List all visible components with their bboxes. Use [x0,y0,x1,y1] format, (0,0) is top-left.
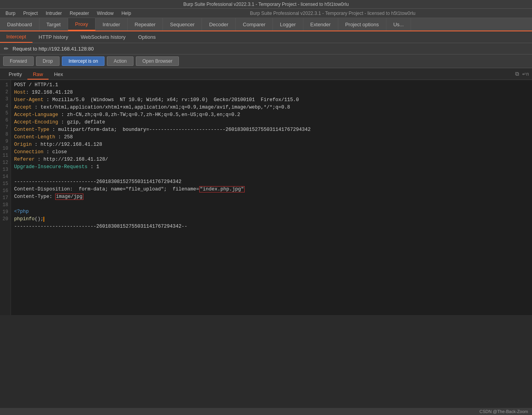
view-tab-raw[interactable]: Raw [27,70,49,80]
view-tab-hex[interactable]: Hex [49,70,69,80]
tab-project-options[interactable]: Project options [338,18,386,31]
title-text: Burp Suite Professional v2022.3.1 - Temp… [183,2,349,7]
request-info-bar: ✏ Request to http://192.168.41.128:80 [0,43,532,54]
code-content[interactable]: POST / HTTP/1.1Host: 192.168.41.128User-… [11,80,532,315]
sub-tab-bar: Intercept HTTP history WebSockets histor… [0,31,532,43]
menu-window[interactable]: Window [93,10,117,17]
open-browser-button[interactable]: Open Browser [136,56,179,66]
pencil-icon: ✏ [4,45,9,52]
tab-proxy[interactable]: Proxy [68,18,96,31]
tab-intruder[interactable]: Intruder [96,18,128,31]
tab-logger[interactable]: Logger [273,18,303,31]
menu-project[interactable]: Project [19,10,41,17]
forward-button[interactable]: Forward [3,56,34,66]
menu-burp[interactable]: Burp [2,10,19,17]
tab-extender[interactable]: Extender [303,18,338,31]
tab-dashboard[interactable]: Dashboard [0,18,40,31]
subtab-intercept[interactable]: Intercept [0,31,32,43]
view-tab-bar: Pretty Raw Hex ⧉ ↵n [0,68,532,80]
tab-comparer[interactable]: Comparer [236,18,273,31]
subtab-options[interactable]: Options [132,31,162,43]
view-tab-group: Pretty Raw Hex [3,70,69,80]
subtab-websockets[interactable]: WebSockets history [74,31,132,43]
tab-target[interactable]: Target [40,18,68,31]
line-numbers: 1234567891011121314151617181920 [0,80,11,315]
subtab-http-history[interactable]: HTTP history [32,31,75,43]
bottom-bar: CSDN @The-Back-Zoom [0,408,532,415]
wrap-icon[interactable]: ↵n [522,71,529,77]
view-tab-icons: ⧉ ↵n [515,71,529,79]
content-area: 1234567891011121314151617181920 POST / H… [0,80,532,315]
menu-intruder[interactable]: Intruder [42,10,66,17]
drop-button[interactable]: Drop [36,56,60,66]
view-tab-pretty[interactable]: Pretty [3,70,27,80]
copy-icon[interactable]: ⧉ [515,71,519,77]
action-bar: Forward Drop Intercept is on Action Open… [0,54,532,68]
tab-user[interactable]: Us... [386,18,411,31]
tab-sequencer[interactable]: Sequencer [163,18,202,31]
menu-bar: Burp Project Intruder Repeater Window He… [0,9,532,18]
title-bar: Burp Suite Professional v2022.3.1 - Temp… [0,0,532,9]
intercept-button[interactable]: Intercept is on [62,56,105,66]
action-button[interactable]: Action [107,56,133,66]
title-center: Burp Suite Professional v2022.3.1 - Temp… [135,11,530,16]
request-url: Request to http://192.168.41.128:80 [13,46,94,52]
tab-repeater[interactable]: Repeater [128,18,163,31]
menu-repeater[interactable]: Repeater [66,10,93,17]
menu-help[interactable]: Help [117,10,135,17]
tab-decoder[interactable]: Decoder [202,18,236,31]
bottom-text: CSDN @The-Back-Zoom [480,409,528,414]
main-tab-bar: Dashboard Target Proxy Intruder Repeater… [0,18,532,31]
